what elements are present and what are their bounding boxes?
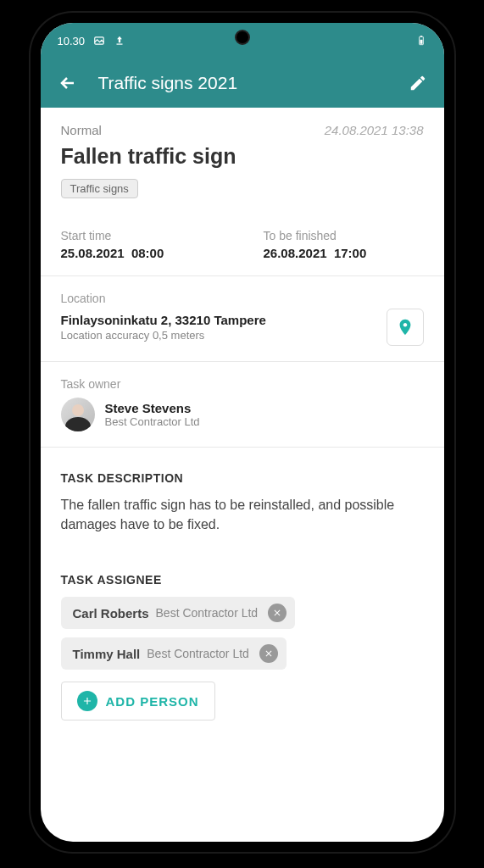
remove-assignee-button[interactable] — [268, 604, 287, 622]
category-tag[interactable]: Traffic signs — [61, 179, 138, 198]
assignee-company: Best Contractor Ltd — [156, 606, 259, 620]
priority-label: Normal — [61, 123, 102, 137]
owner-section: Task owner Steve Stevens Best Contractor… — [41, 362, 444, 448]
add-person-label: ADD PERSON — [106, 694, 199, 709]
description-heading: TASK DESCRIPTION — [61, 471, 424, 485]
location-accuracy: Location accuracy 0,5 meters — [61, 329, 266, 342]
app-bar: Traffic signs 2021 — [41, 58, 444, 108]
assignee-company: Best Contractor Ltd — [147, 647, 249, 660]
assignee-section: TASK ASSIGNEE Carl Roberts Best Contract… — [41, 549, 444, 736]
assignee-chip: Timmy Hall Best Contractor Ltd — [61, 637, 287, 670]
pin-icon — [396, 318, 414, 337]
map-button[interactable] — [387, 309, 424, 346]
svg-rect-3 — [420, 40, 422, 44]
svg-rect-1 — [117, 44, 123, 45]
owner-name: Steve Stevens — [105, 401, 200, 415]
edit-button[interactable] — [409, 74, 427, 92]
close-icon — [264, 648, 274, 659]
location-label: Location — [61, 292, 424, 305]
description-text: The fallen traffic sign has to be reinst… — [61, 495, 424, 534]
created-timestamp: 24.08.2021 13:38 — [325, 123, 424, 137]
assignee-chip: Carl Roberts Best Contractor Ltd — [61, 597, 296, 629]
battery-icon — [415, 35, 427, 47]
location-section: Location Finlaysoninkatu 2, 33210 Tamper… — [41, 276, 444, 362]
remove-assignee-button[interactable] — [259, 644, 278, 663]
owner-avatar — [61, 398, 95, 431]
owner-company: Best Contractor Ltd — [105, 415, 200, 428]
back-button[interactable] — [58, 73, 78, 93]
description-section: TASK DESCRIPTION The fallen traffic sign… — [41, 448, 444, 549]
svg-rect-4 — [420, 36, 421, 36]
image-icon — [93, 35, 105, 47]
assignee-name: Timmy Hall — [73, 647, 141, 661]
task-title: Fallen traffic sign — [61, 144, 424, 169]
finish-time-value: 26.08.2021 17:00 — [264, 246, 424, 260]
start-time-label: Start time — [61, 229, 221, 242]
finish-time-label: To be finished — [264, 229, 424, 242]
upload-icon — [114, 35, 125, 47]
location-address: Finlaysoninkatu 2, 33210 Tampere — [61, 313, 266, 327]
status-time: 10.30 — [58, 35, 86, 47]
task-header-section: Normal 24.08.2021 13:38 Fallen traffic s… — [41, 108, 444, 214]
schedule-section: Start time 25.08.2021 08:00 To be finish… — [41, 214, 444, 276]
close-icon — [272, 608, 282, 618]
assignee-heading: TASK ASSIGNEE — [61, 573, 424, 587]
add-person-button[interactable]: ADD PERSON — [61, 682, 215, 721]
plus-icon — [77, 691, 97, 711]
page-title: Traffic signs 2021 — [98, 73, 409, 93]
owner-label: Task owner — [61, 377, 424, 391]
start-time-value: 25.08.2021 08:00 — [61, 246, 221, 260]
assignee-name: Carl Roberts — [73, 606, 149, 620]
